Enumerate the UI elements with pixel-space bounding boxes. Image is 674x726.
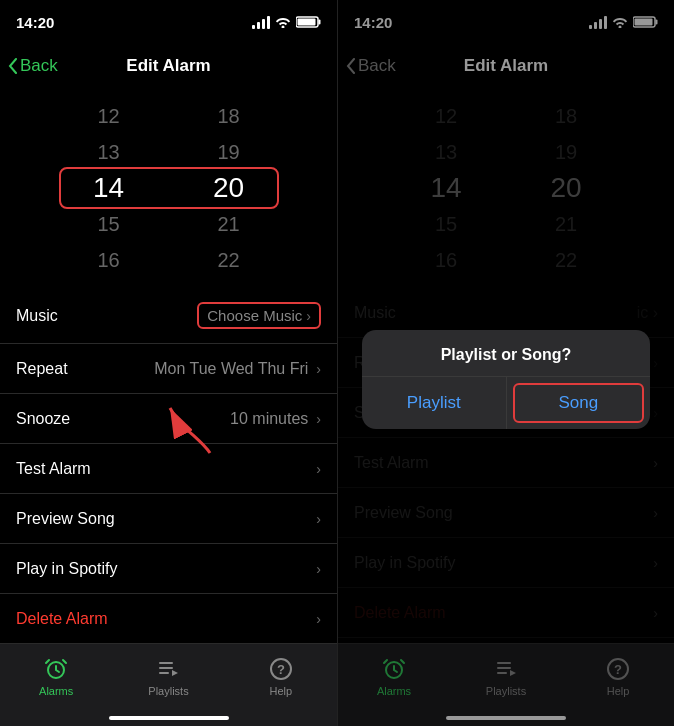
- playlist-label: Playlist: [407, 393, 461, 412]
- music-label: Music: [16, 307, 58, 325]
- status-bar-left: 14:20: [0, 0, 337, 44]
- back-label-left: Back: [20, 56, 58, 76]
- hour-11: 11: [69, 88, 149, 98]
- svg-rect-2: [298, 19, 316, 26]
- playlists-icon: [156, 657, 180, 681]
- nav-bar-left: Back Edit Alarm: [0, 44, 337, 88]
- snooze-label: Snooze: [16, 410, 70, 428]
- repeat-row[interactable]: Repeat Mon Tue Wed Thu Fri ›: [0, 344, 337, 394]
- hour-13: 13: [69, 134, 149, 170]
- repeat-label: Repeat: [16, 360, 68, 378]
- min-18: 18: [189, 98, 269, 134]
- playlist-or-song-popup: Playlist or Song? Playlist Song: [362, 330, 650, 429]
- preview-song-row[interactable]: Preview Song ›: [0, 494, 337, 544]
- time-left: 14:20: [16, 14, 54, 31]
- arrow-annotation: [160, 388, 220, 462]
- repeat-value: Mon Tue Wed Thu Fri ›: [154, 360, 321, 378]
- tab-help-label-left: Help: [270, 685, 293, 697]
- min-21: 21: [189, 206, 269, 242]
- min-23: 23: [189, 278, 269, 288]
- song-button[interactable]: Song: [513, 383, 645, 423]
- svg-rect-6: [159, 667, 173, 669]
- snooze-value: 10 minutes ›: [230, 410, 321, 428]
- alarm-icon: [44, 657, 68, 681]
- svg-rect-7: [159, 672, 169, 674]
- svg-rect-1: [319, 20, 321, 25]
- delete-alarm-row[interactable]: Delete Alarm ›: [0, 594, 337, 644]
- test-alarm-chevron: ›: [312, 461, 321, 477]
- time-picker-left[interactable]: 11 12 13 14 15 16 17 17 18 19 20 21 22 2…: [0, 88, 337, 288]
- wifi-icon: [275, 16, 291, 28]
- chevron-music: ›: [306, 308, 311, 324]
- hour-12: 12: [69, 98, 149, 134]
- spotify-row[interactable]: Play in Spotify ›: [0, 544, 337, 594]
- music-row[interactable]: Music Choose Music ›: [0, 288, 337, 344]
- playlist-button[interactable]: Playlist: [362, 379, 506, 427]
- hour-15: 15: [69, 206, 149, 242]
- battery-icon: [296, 16, 321, 28]
- svg-marker-8: [172, 670, 178, 676]
- hour-picker[interactable]: 11 12 13 14 15 16 17: [69, 88, 149, 288]
- spotify-chevron: ›: [312, 561, 321, 577]
- help-icon-left: ?: [269, 657, 293, 681]
- delete-chevron: ›: [312, 611, 321, 627]
- svg-text:?: ?: [277, 662, 285, 677]
- song-label: Song: [558, 393, 598, 412]
- tab-playlists-left[interactable]: Playlists: [112, 644, 224, 726]
- hour-16: 16: [69, 242, 149, 278]
- min-22: 22: [189, 242, 269, 278]
- choose-music-text: Choose Music: [207, 307, 302, 324]
- hour-17: 17: [69, 278, 149, 288]
- min-17: 17: [189, 88, 269, 98]
- delete-label: Delete Alarm: [16, 610, 108, 628]
- back-button-left[interactable]: Back: [8, 56, 58, 76]
- tab-help-left[interactable]: ? Help: [225, 644, 337, 726]
- right-screen: 14:20 Back Edit Alarm: [337, 0, 674, 726]
- preview-chevron: ›: [312, 511, 321, 527]
- popup-title: Playlist or Song?: [362, 330, 650, 376]
- tab-bar-left: Alarms Playlists ? Help: [0, 643, 337, 726]
- choose-music-box: Choose Music ›: [197, 302, 321, 329]
- tab-alarms-left[interactable]: Alarms: [0, 644, 112, 726]
- signal-icon: [252, 16, 270, 29]
- test-alarm-label: Test Alarm: [16, 460, 91, 478]
- min-19: 19: [189, 134, 269, 170]
- nav-title-left: Edit Alarm: [126, 56, 210, 76]
- popup-buttons: Playlist Song: [362, 376, 650, 429]
- svg-rect-5: [159, 662, 173, 664]
- playlist-btn-wrap[interactable]: Playlist: [362, 377, 506, 429]
- left-screen: 14:20 Back Edit Alarm: [0, 0, 337, 726]
- status-icons-left: [252, 16, 321, 29]
- song-btn-wrap[interactable]: Song: [506, 377, 651, 429]
- music-value: Choose Music ›: [197, 302, 321, 329]
- home-indicator-left: [109, 716, 229, 720]
- min-20: 20: [189, 170, 269, 206]
- spotify-label: Play in Spotify: [16, 560, 117, 578]
- hour-14: 14: [69, 170, 149, 206]
- minute-picker[interactable]: 17 18 19 20 21 22 23: [189, 88, 269, 288]
- tab-alarms-label-left: Alarms: [39, 685, 73, 697]
- preview-song-label: Preview Song: [16, 510, 115, 528]
- tab-playlists-label-left: Playlists: [148, 685, 188, 697]
- menu-left: Music Choose Music › Repeat Mon Tue Wed …: [0, 288, 337, 644]
